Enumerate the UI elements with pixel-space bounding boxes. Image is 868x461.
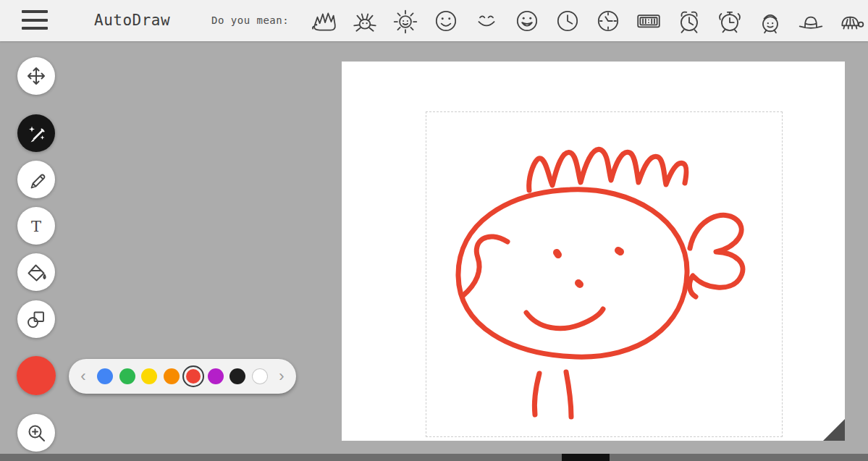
horizontal-scrollbar[interactable] (0, 454, 868, 461)
topbar: AutoDraw Do you mean: (0, 0, 868, 41)
palette-color-purple[interactable] (205, 365, 227, 387)
smile-icon (473, 7, 500, 35)
shapes-icon (26, 309, 46, 329)
drawing-canvas[interactable] (342, 62, 845, 441)
hat-icon (797, 7, 825, 35)
tool-sidebar: T (17, 0, 58, 461)
suggestion-smiley-face[interactable] (426, 0, 466, 41)
suggestion-hat[interactable] (791, 0, 831, 41)
black-swatch (229, 368, 245, 384)
text-icon: T (26, 216, 46, 236)
sun-face-icon (392, 7, 419, 35)
scrollbar-thumb[interactable] (562, 454, 610, 461)
palette-color-orange[interactable] (161, 365, 182, 387)
canvas-resize-handle[interactable] (823, 419, 845, 441)
turtle-icon (838, 7, 865, 35)
pencil-icon (26, 169, 46, 190)
suggestion-wall-clock[interactable] (588, 0, 628, 41)
yellow-swatch (141, 368, 157, 384)
palette-next-button[interactable]: › (273, 359, 290, 394)
suggestion-smile[interactable] (466, 0, 507, 41)
palette-color-white[interactable] (249, 365, 271, 387)
zoom-tool-button[interactable] (17, 414, 55, 452)
magic-pencil-icon (26, 123, 46, 143)
fill-tool-button[interactable] (17, 253, 55, 291)
paint-bucket-icon (26, 262, 46, 282)
happy-face-icon (513, 7, 541, 35)
smiley-face-icon (432, 7, 460, 35)
color-picker-button[interactable] (17, 356, 56, 395)
palette-color-blue[interactable] (94, 365, 116, 387)
crab-icon (351, 7, 379, 35)
suggestions-bar (304, 0, 868, 41)
suggestion-happy-face[interactable] (507, 0, 547, 41)
suggestion-turtle[interactable] (831, 0, 868, 41)
suggestion-alarm-clock[interactable] (669, 0, 709, 41)
magnifier-icon (26, 423, 46, 443)
drawing-svg (342, 62, 845, 441)
palette-prev-button[interactable]: ‹ (75, 359, 92, 394)
clock-character-icon (757, 7, 784, 35)
current-color-swatch (17, 356, 56, 395)
suggestion-digital-clock[interactable] (628, 0, 669, 41)
autodraw-app: AutoDraw Do you mean: T (0, 0, 868, 461)
suggestion-sun-face[interactable] (385, 0, 426, 41)
green-swatch (119, 368, 135, 384)
select-tool-button[interactable] (17, 57, 55, 95)
white-swatch (252, 368, 268, 384)
suggestion-crab[interactable] (345, 0, 385, 41)
digital-clock-icon (635, 7, 662, 35)
suggestion-clock-character[interactable] (750, 0, 791, 41)
palette-swatches (92, 365, 273, 387)
suggestion-clock[interactable] (547, 0, 588, 41)
text-tool-button[interactable]: T (17, 207, 55, 245)
palette-color-red[interactable] (182, 365, 204, 387)
purple-swatch (208, 368, 224, 384)
draw-tool-button[interactable] (17, 161, 55, 198)
palette-color-yellow[interactable] (138, 365, 160, 387)
autodraw-tool-button[interactable] (17, 114, 55, 152)
blue-swatch (97, 368, 113, 384)
alarm-clock-bell-icon (716, 7, 743, 35)
menu-button[interactable] (22, 10, 48, 30)
suggestion-alarm-clock-bell[interactable] (709, 0, 750, 41)
app-title: AutoDraw (94, 0, 170, 41)
suggestion-hedgehog[interactable] (304, 0, 345, 41)
palette-color-green[interactable] (117, 365, 138, 387)
move-icon (26, 66, 46, 86)
svg-text:T: T (31, 218, 41, 235)
wall-clock-icon (594, 7, 622, 35)
red-swatch (186, 369, 201, 384)
shape-tool-button[interactable] (17, 300, 55, 338)
alarm-clock-icon (675, 7, 703, 35)
orange-swatch (164, 368, 180, 384)
color-palette: ‹ › (69, 359, 296, 394)
hedgehog-icon (311, 7, 338, 35)
palette-color-black[interactable] (227, 365, 248, 387)
suggestions-label: Do you mean: (211, 0, 289, 41)
hamburger-icon (22, 10, 48, 13)
clock-icon (554, 7, 581, 35)
